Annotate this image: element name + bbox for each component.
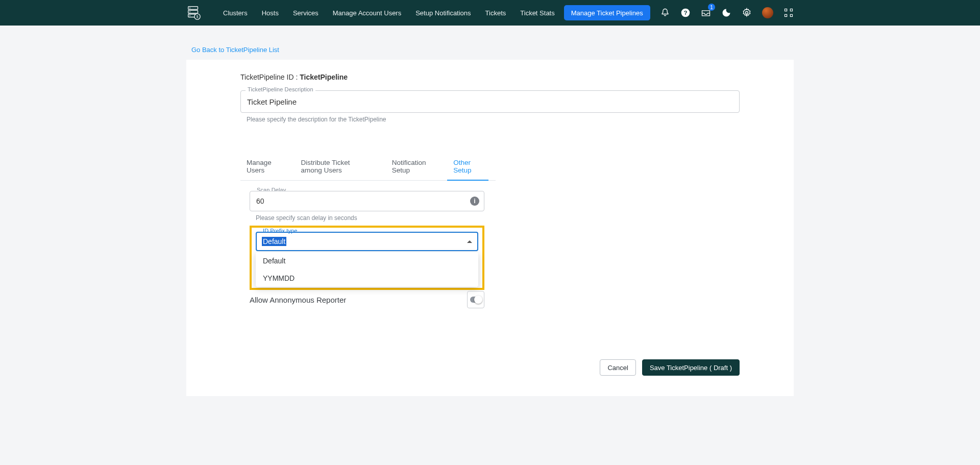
nav-item-services[interactable]: Services [286, 0, 326, 26]
svg-text:?: ? [683, 9, 687, 16]
svg-point-5 [189, 15, 190, 16]
nav-item-ticket-stats[interactable]: Ticket Stats [513, 0, 561, 26]
inbox-icon[interactable]: 1 [701, 8, 711, 18]
nav-item-manage-account-users[interactable]: Manage Account Users [326, 0, 408, 26]
nav-item-manage-ticket-pipelines[interactable]: Manage Ticket Pipelines [564, 5, 650, 20]
footer-actions: Cancel Save TicketPipeline ( Draft ) [240, 359, 740, 376]
page: Go Back to TicketPipeline List TicketPip… [186, 26, 794, 417]
other-setup-form: Scan Delay i Please specify scan delay i… [250, 191, 484, 290]
help-icon[interactable]: ? [680, 8, 691, 18]
nav-item-tickets[interactable]: Tickets [478, 0, 513, 26]
svg-point-4 [189, 11, 190, 12]
pipeline-id: TicketPipeline ID : TicketPipeline [240, 73, 740, 81]
back-link[interactable]: Go Back to TicketPipeline List [186, 41, 284, 60]
scan-delay-wrap: Scan Delay i [250, 191, 484, 211]
idprefix-wrap: ID Prefix type Default [256, 232, 478, 251]
anon-row: Allow Annonymous Reporter [250, 291, 484, 308]
pipeline-id-value: TicketPipeline [300, 73, 348, 81]
svg-rect-11 [785, 9, 787, 11]
inbox-badge: 1 [708, 4, 715, 11]
description-field-wrap: TicketPipeline Description [240, 90, 740, 113]
server-lock-icon: $ [186, 5, 202, 20]
idprefix-selected: Default [262, 237, 286, 246]
toggle-thumb [474, 296, 482, 304]
idprefix-option-yymmdd[interactable]: YYMMDD [256, 270, 478, 287]
tab-other-setup[interactable]: Other Setup [447, 154, 488, 180]
theme-icon[interactable] [721, 8, 731, 18]
nav-item-hosts[interactable]: Hosts [255, 0, 286, 26]
pipeline-card: TicketPipeline ID : TicketPipeline Ticke… [186, 60, 794, 396]
topbar-right: ? 1 [660, 7, 794, 18]
scan-delay-helper: Please specify scan delay in seconds [256, 214, 484, 222]
cancel-button[interactable]: Cancel [600, 359, 635, 376]
svg-rect-14 [790, 14, 792, 16]
bell-icon[interactable] [660, 8, 670, 18]
svg-rect-12 [790, 9, 792, 11]
nav-item-clusters[interactable]: Clusters [216, 0, 255, 26]
brand-logo[interactable]: $ [186, 5, 202, 20]
idprefix-highlight: ID Prefix type Default Default YYMMDD [250, 226, 484, 290]
pipeline-id-label: TicketPipeline ID : [240, 73, 300, 81]
description-input[interactable] [240, 90, 740, 113]
toggle-track [470, 297, 481, 303]
top-nav: $ Clusters Hosts Services Manage Account… [0, 0, 980, 26]
settings-icon[interactable] [742, 8, 752, 18]
anon-toggle[interactable] [467, 291, 484, 308]
nav-item-setup-notifications[interactable]: Setup Notifications [408, 0, 478, 26]
svg-text:$: $ [197, 15, 199, 18]
info-icon[interactable]: i [470, 197, 479, 206]
description-helper: Please specify the description for the T… [247, 116, 740, 123]
save-button[interactable]: Save TicketPipeline ( Draft ) [642, 359, 740, 376]
caret-up-icon [467, 240, 472, 243]
tab-manage-users[interactable]: Manage Users [240, 154, 287, 180]
avatar[interactable] [762, 7, 773, 18]
tab-notification-setup[interactable]: Notification Setup [386, 154, 440, 180]
anon-label: Allow Annonymous Reporter [250, 296, 346, 304]
svg-point-3 [189, 8, 190, 9]
scan-delay-input[interactable] [250, 191, 484, 211]
tabs: Manage Users Distribute Ticket among Use… [240, 154, 496, 181]
description-label: TicketPipeline Description [246, 86, 315, 92]
svg-point-10 [746, 12, 748, 14]
idprefix-option-default[interactable]: Default [256, 252, 478, 270]
tab-distribute[interactable]: Distribute Ticket among Users [295, 154, 378, 180]
apps-icon[interactable] [783, 8, 794, 18]
nav-items: Clusters Hosts Services Manage Account U… [216, 0, 650, 26]
idprefix-select[interactable]: Default [256, 232, 478, 251]
svg-rect-13 [785, 14, 787, 16]
idprefix-dropdown: Default YYMMDD [256, 252, 478, 287]
